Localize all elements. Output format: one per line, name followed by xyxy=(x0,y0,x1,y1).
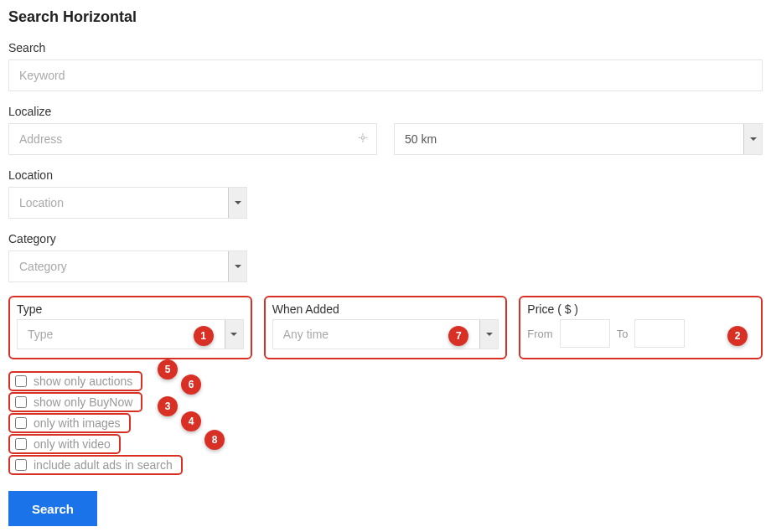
location-select[interactable]: Location xyxy=(8,187,247,219)
price-from-input[interactable] xyxy=(560,319,610,348)
checkbox-auctions[interactable] xyxy=(15,375,27,387)
checkbox-adult-label: include adult ads in search xyxy=(34,458,173,472)
localize-label: Localize xyxy=(8,105,763,118)
chevron-down-icon xyxy=(225,320,243,349)
price-annotation-box: Price ( $ ) From To 2 xyxy=(519,296,763,359)
location-label: Location xyxy=(8,168,247,182)
checkbox-row-buynow: show only BuyNow xyxy=(8,392,142,412)
type-annotation-box: Type Type 1 xyxy=(8,296,252,359)
chevron-down-icon xyxy=(743,124,762,154)
annotation-badge-type: 1 xyxy=(194,326,214,346)
checkbox-video[interactable] xyxy=(15,438,27,450)
checkbox-list: show only auctions show only BuyNow only… xyxy=(8,371,183,476)
category-label: Category xyxy=(8,232,247,245)
search-button[interactable]: Search xyxy=(8,491,97,526)
checkbox-adult[interactable] xyxy=(15,459,27,471)
checkbox-row-auctions: show only auctions xyxy=(8,371,142,391)
page-title: Search Horizontal xyxy=(8,8,763,26)
annotation-badge-auctions: 5 xyxy=(158,359,178,380)
type-label: Type xyxy=(17,302,244,316)
price-from-label: From xyxy=(527,328,552,340)
checkbox-buynow[interactable] xyxy=(15,396,27,408)
when-added-annotation-box: When Added Any time 7 xyxy=(264,296,508,359)
price-label: Price ( $ ) xyxy=(527,302,754,316)
checkbox-images[interactable] xyxy=(15,417,27,429)
checkbox-auctions-label: show only auctions xyxy=(34,374,132,388)
localize-field-group: Localize 50 km xyxy=(8,105,763,155)
when-added-label: When Added xyxy=(272,302,499,316)
checkbox-row-images: only with images xyxy=(8,413,131,433)
distance-select[interactable]: 50 km xyxy=(394,123,763,155)
location-field-group: Location Location xyxy=(8,168,247,219)
type-placeholder: Type xyxy=(28,328,53,341)
distance-value: 50 km xyxy=(405,132,437,146)
chevron-down-icon xyxy=(479,320,498,349)
checkbox-buynow-label: show only BuyNow xyxy=(34,395,132,409)
annotation-badge-video: 4 xyxy=(181,411,201,431)
location-placeholder: Location xyxy=(19,196,64,209)
annotation-badge-price: 2 xyxy=(727,326,748,346)
address-input[interactable] xyxy=(8,123,377,155)
annotation-badge-adult: 8 xyxy=(204,430,225,450)
price-to-input[interactable] xyxy=(634,319,685,348)
annotation-badge-images: 3 xyxy=(158,396,178,416)
search-input[interactable] xyxy=(8,59,763,91)
checkbox-row-video: only with video xyxy=(8,434,121,454)
search-label: Search xyxy=(8,41,763,54)
chevron-down-icon xyxy=(228,188,246,218)
when-added-placeholder: Any time xyxy=(283,328,329,341)
category-placeholder: Category xyxy=(19,260,67,273)
price-to-label: To xyxy=(617,328,629,340)
search-field-group: Search xyxy=(8,41,763,91)
checkbox-video-label: only with video xyxy=(34,437,111,451)
annotation-badge-buynow: 6 xyxy=(181,374,201,395)
category-field-group: Category Category xyxy=(8,232,247,282)
checkbox-row-adult: include adult ads in search xyxy=(8,455,183,475)
category-select[interactable]: Category xyxy=(8,251,247,282)
chevron-down-icon xyxy=(228,251,246,281)
checkbox-images-label: only with images xyxy=(34,416,121,430)
